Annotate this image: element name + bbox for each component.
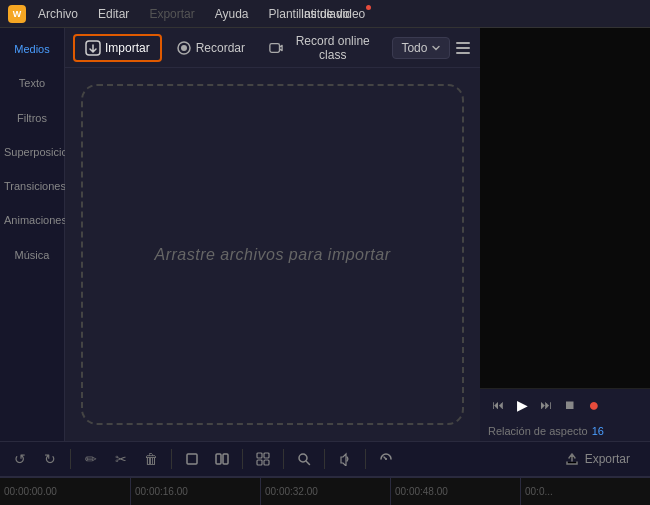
filter-dropdown[interactable]: Todo	[392, 37, 450, 59]
toolbar-sep-4	[283, 449, 284, 469]
sidebar-item-animaciones[interactable]: Animaciones	[0, 203, 64, 237]
cut-button[interactable]: ✂	[109, 447, 133, 471]
sidebar-item-texto[interactable]: Texto	[0, 66, 64, 100]
import-button[interactable]: Importar	[73, 34, 162, 62]
timeline-track[interactable]: 00:00:00.00 00:00:16.00 00:00:32.00 00:0…	[0, 478, 650, 505]
preview-panel: ⏮ ▶ ⏭ ⏹ ● Relación de aspecto 16	[480, 28, 650, 441]
svg-rect-10	[264, 453, 269, 458]
skip-back-button[interactable]: ⏮	[488, 395, 508, 415]
content-area: Importar Recordar Record online class To…	[65, 28, 480, 441]
record-class-label: Record online class	[287, 34, 378, 62]
aspect-ratio-label: Relación de aspecto	[488, 425, 588, 437]
timeline-labels: 00:00:00.00 00:00:16.00 00:00:32.00 00:0…	[0, 478, 650, 506]
preview-controls: ⏮ ▶ ⏭ ⏹ ●	[480, 389, 650, 421]
import-label: Importar	[105, 41, 150, 55]
drop-zone-text: Arrastre archivos para importar	[154, 246, 390, 264]
toolbar-sep-3	[242, 449, 243, 469]
aspect-ratio-value[interactable]: 16	[592, 425, 604, 437]
timeline-marker-0: 00:00:00.00	[0, 478, 130, 506]
sidebar-item-filtros[interactable]: Filtros	[0, 101, 64, 135]
svg-rect-9	[257, 453, 262, 458]
import-icon	[85, 40, 101, 56]
record-class-button[interactable]: Record online class	[259, 30, 388, 66]
record-icon	[176, 40, 192, 56]
record-class-icon	[269, 40, 283, 56]
split-icon	[215, 452, 229, 466]
menu-ayuda[interactable]: Ayuda	[211, 5, 253, 23]
media-toolbar: Importar Recordar Record online class To…	[65, 28, 480, 68]
redo-button[interactable]: ↻	[38, 447, 62, 471]
speed-icon	[379, 452, 393, 466]
bottom-toolbar: ↺ ↻ ✏ ✂ 🗑	[0, 441, 650, 477]
toolbar-sep-5	[324, 449, 325, 469]
sidebar-item-transiciones[interactable]: Transiciones	[0, 169, 64, 203]
menu-archivo[interactable]: Archivo	[34, 5, 82, 23]
svg-rect-12	[264, 460, 269, 465]
export-icon	[565, 452, 579, 466]
sidebar-item-superposicion[interactable]: Superposicio...	[0, 135, 64, 169]
svg-point-13	[299, 454, 307, 462]
timeline-marker-1: 00:00:16.00	[130, 478, 260, 506]
drop-zone[interactable]: Arrastre archivos para importar	[81, 84, 464, 425]
grid-button[interactable]	[251, 447, 275, 471]
svg-rect-5	[270, 43, 280, 52]
zoom-icon	[297, 452, 311, 466]
app-icon: W	[8, 5, 26, 23]
toolbar-sep-6	[365, 449, 366, 469]
toolbar-sep-2	[171, 449, 172, 469]
preview-screen	[480, 28, 650, 389]
drop-zone-area: Arrastre archivos para importar	[65, 68, 480, 441]
svg-point-14	[385, 458, 387, 460]
svg-rect-6	[187, 454, 197, 464]
aspect-ratio-row: Relación de aspecto 16	[480, 421, 650, 441]
svg-rect-7	[216, 454, 221, 464]
record-button[interactable]: Recordar	[166, 36, 255, 60]
record-dot-button[interactable]: ●	[584, 395, 604, 415]
main-container: Medios Texto Filtros Superposicio... Tra…	[0, 28, 650, 441]
menu-exportar: Exportar	[145, 5, 198, 23]
title-bar: W Archivo Editar Exportar Ayuda Plantill…	[0, 0, 650, 28]
record-label: Recordar	[196, 41, 245, 55]
split-button[interactable]	[210, 447, 234, 471]
sidebar-item-medios[interactable]: Medios	[0, 32, 64, 66]
edit-button[interactable]: ✏	[79, 447, 103, 471]
sidebar-item-musica[interactable]: Música	[0, 238, 64, 272]
timeline-marker-4: 00:0...	[520, 478, 650, 506]
timeline-marker-2: 00:00:32.00	[260, 478, 390, 506]
stop-button[interactable]: ⏹	[560, 395, 580, 415]
undo-button[interactable]: ↺	[8, 447, 32, 471]
menu-editar[interactable]: Editar	[94, 5, 133, 23]
toolbar-sep-1	[70, 449, 71, 469]
sidebar: Medios Texto Filtros Superposicio... Tra…	[0, 28, 65, 441]
svg-text:W: W	[13, 9, 22, 19]
audio-button[interactable]	[333, 447, 357, 471]
audio-icon	[338, 452, 352, 466]
grid-icon	[256, 452, 270, 466]
skip-forward-button[interactable]: ⏭	[536, 395, 556, 415]
window-title: Intitulado	[301, 7, 350, 21]
toolbar-menu-button[interactable]	[454, 38, 472, 58]
crop-icon	[185, 452, 199, 466]
zoom-button[interactable]	[292, 447, 316, 471]
speed-button[interactable]	[374, 447, 398, 471]
chevron-down-icon	[431, 43, 441, 53]
timeline-marker-3: 00:00:48.00	[390, 478, 520, 506]
export-label: Exportar	[585, 452, 630, 466]
svg-rect-8	[223, 454, 228, 464]
delete-button[interactable]: 🗑	[139, 447, 163, 471]
svg-rect-11	[257, 460, 262, 465]
filter-dropdown-label: Todo	[401, 41, 427, 55]
timeline: 00:00:00.00 00:00:16.00 00:00:32.00 00:0…	[0, 477, 650, 505]
export-button[interactable]: Exportar	[553, 448, 642, 470]
crop-button[interactable]	[180, 447, 204, 471]
play-button[interactable]: ▶	[512, 395, 532, 415]
svg-point-4	[181, 45, 187, 51]
